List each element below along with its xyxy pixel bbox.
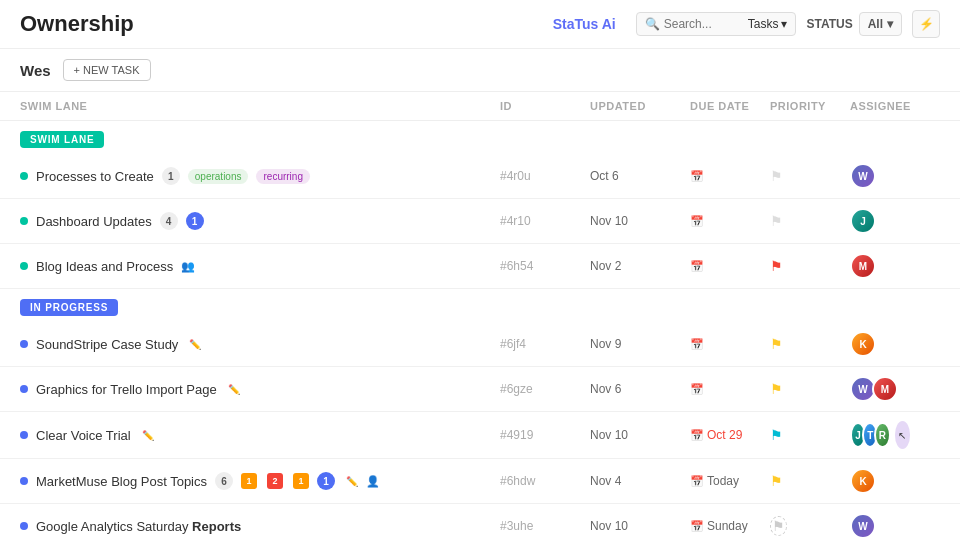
task-updated: Nov 10 <box>590 214 690 228</box>
table-row[interactable]: Blog Ideas and Process 👥 #6h54 Nov 2 📅 ⚑… <box>0 244 960 289</box>
task-name-cell: Processes to Create 1 operations recurri… <box>20 167 500 185</box>
col-swimlane: SWIM LANE <box>20 100 500 112</box>
task-due: 📅 <box>690 260 770 273</box>
task-updated: Nov 10 <box>590 519 690 533</box>
status-dot <box>20 217 28 225</box>
edit-icon[interactable]: ✏️ <box>346 476 358 487</box>
chevron-down-icon: ▾ <box>887 17 893 31</box>
task-name: Dashboard Updates <box>36 214 152 229</box>
badge-extra-1: 1 <box>317 472 335 490</box>
avatar: J <box>850 208 876 234</box>
table-row[interactable]: Processes to Create 1 operations recurri… <box>0 154 960 199</box>
header: Ownership StaTus Ai 🔍 Tasks ▾ STATUS All… <box>0 0 960 49</box>
status-dot <box>20 340 28 348</box>
swim-lane-badge: SWIM LANE <box>20 131 104 148</box>
assignee-cell: W <box>850 163 910 189</box>
sub-badge-3: 1 <box>293 473 309 489</box>
person-icon: 👤 <box>366 475 380 488</box>
table-row[interactable]: Graphics for Trello Import Page ✏️ #6gze… <box>0 367 960 412</box>
task-name: Clear Voice Trial <box>36 428 131 443</box>
task-name-cell: MarketMuse Blog Post Topics 6 1 2 1 1 ✏️… <box>20 472 500 490</box>
status-all-dropdown[interactable]: All ▾ <box>859 12 902 36</box>
sub-badge-1: 1 <box>241 473 257 489</box>
task-id: #4r0u <box>500 169 590 183</box>
status-dot <box>20 431 28 439</box>
priority-cell: ⚑ <box>770 516 850 536</box>
tasks-dropdown-trigger[interactable]: Tasks ▾ <box>748 17 788 31</box>
table-row[interactable]: MarketMuse Blog Post Topics 6 1 2 1 1 ✏️… <box>0 459 960 504</box>
calendar-icon: 📅 <box>690 383 704 396</box>
avatar: M <box>850 253 876 279</box>
priority-cell: ⚑ <box>770 427 850 443</box>
task-due-overdue: 📅 Oct 29 <box>690 428 770 442</box>
priority-flag-cyan: ⚑ <box>770 427 783 443</box>
badge-count-6: 6 <box>215 472 233 490</box>
calendar-icon: 📅 <box>690 520 704 533</box>
task-name: Graphics for Trello Import Page <box>36 382 217 397</box>
in-progress-badge: IN PROGRESS <box>20 299 118 316</box>
col-id: ID <box>500 100 590 112</box>
task-due: 📅 Sunday <box>690 519 770 533</box>
new-task-button[interactable]: + NEW TASK <box>63 59 151 81</box>
avatar: K <box>850 331 876 357</box>
status-dot <box>20 385 28 393</box>
assignee-cell: J T R ↖ <box>850 421 910 449</box>
table-header: SWIM LANE ID UPDATED DUE DATE PRIORITY A… <box>0 92 960 121</box>
priority-cell: ⚑ <box>770 258 850 274</box>
task-name-cell: Clear Voice Trial ✏️ <box>20 428 500 443</box>
priority-flag-yellow: ⚑ <box>770 336 783 352</box>
calendar-icon: 📅 <box>690 215 704 228</box>
col-priority: PRIORITY <box>770 100 850 112</box>
avatar: W <box>850 163 876 189</box>
assignee-cell: W M <box>850 376 910 402</box>
task-name-cell: SoundStripe Case Study ✏️ <box>20 337 500 352</box>
due-date-text: Sunday <box>707 519 748 533</box>
filter-button[interactable]: ⚡ <box>912 10 940 38</box>
task-name-cell: Blog Ideas and Process 👥 <box>20 259 500 274</box>
assignee-cell: M <box>850 253 910 279</box>
calendar-icon: 📅 <box>690 260 704 273</box>
calendar-icon: 📅 <box>690 429 704 442</box>
status-dot <box>20 522 28 530</box>
due-date-text: Oct 29 <box>707 428 742 442</box>
cursor-indicator: ↖ <box>895 421 910 449</box>
task-updated: Oct 6 <box>590 169 690 183</box>
table-row[interactable]: Google Analytics Saturday Reports #3uhe … <box>0 504 960 540</box>
edit-icon[interactable]: ✏️ <box>142 430 154 441</box>
priority-cell: ⚑ <box>770 336 850 352</box>
col-updated: UPDATED <box>590 100 690 112</box>
table-row[interactable]: SoundStripe Case Study ✏️ #6jf4 Nov 9 📅 … <box>0 322 960 367</box>
calendar-icon: 📅 <box>690 475 704 488</box>
status-dot <box>20 172 28 180</box>
edit-icon[interactable]: ✏️ <box>228 384 240 395</box>
status-ai-label: StaTus Ai <box>553 16 616 32</box>
status-dot <box>20 262 28 270</box>
avatar: K <box>850 468 876 494</box>
task-id: #3uhe <box>500 519 590 533</box>
search-input[interactable] <box>664 17 744 31</box>
task-id: #4r10 <box>500 214 590 228</box>
priority-flag-yellow: ⚑ <box>770 473 783 489</box>
assignee-cell: W <box>850 513 910 539</box>
edit-icon[interactable]: ✏️ <box>189 339 201 350</box>
col-due-date: DUE DATE <box>690 100 770 112</box>
header-controls: StaTus Ai 🔍 Tasks ▾ STATUS All ▾ ⚡ <box>553 10 940 38</box>
task-name-cell: Google Analytics Saturday Reports <box>20 519 500 534</box>
table-row[interactable]: Dashboard Updates 4 1 #4r10 Nov 10 📅 ⚑ J <box>0 199 960 244</box>
table-row[interactable]: Clear Voice Trial ✏️ #4919 Nov 10 📅 Oct … <box>0 412 960 459</box>
priority-cell: ⚑ <box>770 473 850 489</box>
task-updated: Nov 10 <box>590 428 690 442</box>
task-id: #6h54 <box>500 259 590 273</box>
col-assignee: ASSIGNEE <box>850 100 910 112</box>
avatar: W <box>850 513 876 539</box>
task-updated: Nov 4 <box>590 474 690 488</box>
chevron-down-icon: ▾ <box>781 17 787 31</box>
priority-flag-none: ⚑ <box>770 168 783 184</box>
priority-flag-none: ⚑ <box>770 516 787 536</box>
badge-count: 4 <box>160 212 178 230</box>
priority-flag-red: ⚑ <box>770 258 783 274</box>
assignee-cell: J <box>850 208 910 234</box>
assignee-cell: K <box>850 468 910 494</box>
task-name: Google Analytics Saturday Reports <box>36 519 241 534</box>
search-box[interactable]: 🔍 Tasks ▾ <box>636 12 797 36</box>
